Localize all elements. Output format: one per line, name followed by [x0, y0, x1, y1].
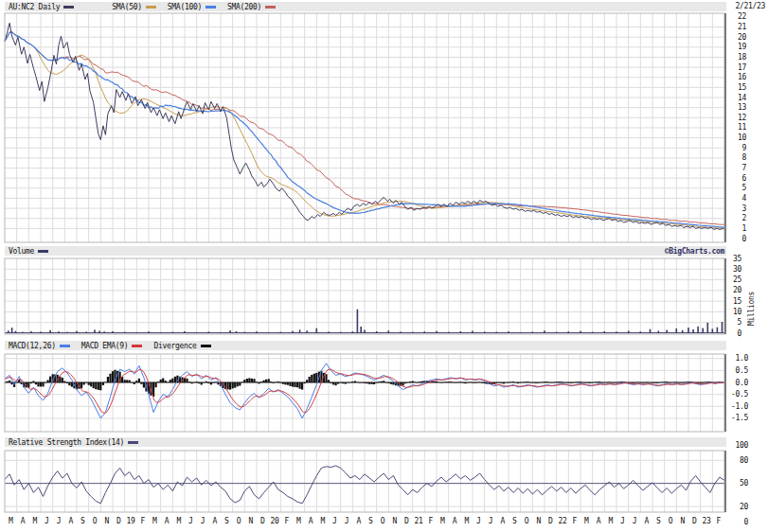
y-tick-label: 9 — [729, 144, 746, 152]
x-tick-label: F — [568, 517, 580, 525]
x-tick-label: J — [329, 517, 341, 525]
x-tick-label: S — [652, 517, 665, 525]
x-tick-label: S — [365, 517, 377, 525]
y-tick-label: 14 — [729, 94, 746, 102]
sma100-line-swatch — [205, 6, 216, 9]
x-tick-label: M — [28, 517, 41, 525]
x-tick-label: J — [41, 517, 53, 525]
y-tick-label: 18 — [729, 53, 746, 62]
legend-item-sma100: SMA(100) — [168, 3, 216, 11]
chart-canvas — [0, 0, 768, 532]
x-tick-label: J — [197, 517, 209, 525]
legend-item-divergence: Divergence — [153, 342, 210, 350]
x-tick-label: N — [532, 517, 545, 525]
y-tick-label: 6 — [729, 174, 746, 183]
sma200-label: SMA(200) — [227, 3, 261, 11]
legend-item-macd: MACD(12,26) — [9, 342, 70, 350]
x-tick-label: A — [208, 517, 221, 525]
y-tick-label: 16 — [729, 73, 746, 81]
x-tick-label: A — [305, 517, 317, 525]
y-tick-label: 15 — [729, 83, 746, 92]
y-tick-label: 0.0 — [725, 379, 748, 387]
x-tick-label: J — [341, 517, 353, 525]
x-tick-label: O — [665, 517, 677, 525]
x-tick-label: D — [545, 517, 557, 525]
bigcharts-stock-chart: AU:NC2 Daily SMA(50) SMA(100) SMA(200) 2… — [0, 0, 768, 532]
x-tick-label: D — [257, 517, 269, 525]
volume-label: Volume — [9, 247, 34, 256]
y-tick-label: 15 — [729, 297, 741, 306]
y-tick-label: 5 — [729, 184, 746, 192]
x-tick-label: M — [437, 517, 449, 525]
symbol-daily-label: AU:NC2 Daily — [9, 3, 60, 11]
x-tick-label: 19 — [125, 517, 137, 525]
x-tick-label: N — [100, 517, 113, 525]
sma200-line-swatch — [265, 6, 276, 9]
x-tick-label: D — [113, 517, 125, 525]
x-tick-label: O — [377, 517, 389, 525]
x-tick-label: 22 — [557, 517, 569, 525]
macd-line-swatch — [60, 345, 70, 347]
x-tick-label: 20 — [269, 517, 281, 525]
y-tick-label: 20 — [729, 286, 741, 294]
y-tick-label: 10 — [729, 308, 741, 316]
x-tick-label: A — [352, 517, 365, 525]
price-legend-strip: AU:NC2 Daily SMA(50) SMA(100) SMA(200) — [5, 2, 726, 11]
price-line-swatch — [63, 6, 74, 9]
y-tick-label: 25 — [729, 275, 741, 284]
last-date-label: 2/21/23 — [720, 2, 765, 10]
x-tick-label: N — [676, 517, 688, 525]
x-tick-label: N — [244, 517, 257, 525]
x-tick-label: F — [424, 517, 437, 525]
y-tick-label: 1.0 — [725, 354, 748, 363]
x-tick-label: D — [401, 517, 413, 525]
y-tick-label: 11 — [729, 123, 746, 132]
x-tick-label: J — [616, 517, 629, 525]
y-tick-label: 19 — [729, 43, 746, 51]
legend-item-volume: Volume — [9, 247, 48, 256]
y-tick-label: 10 — [729, 133, 746, 142]
x-tick-label: M — [460, 517, 473, 525]
x-tick-label: S — [509, 517, 521, 525]
x-tick-label: A — [161, 517, 173, 525]
y-tick-label: 20 — [729, 503, 748, 511]
macd-ema-line-swatch — [132, 345, 142, 347]
macd-ema-label: MACD EMA(9) — [81, 342, 129, 350]
x-tick-label: O — [233, 517, 245, 525]
x-tick-label: A — [17, 517, 29, 525]
legend-item-symbol: AU:NC2 Daily — [9, 3, 74, 11]
y-tick-label: 0 — [729, 235, 746, 243]
x-tick-label: J — [473, 517, 485, 525]
volume-swatch — [38, 250, 48, 253]
x-tick-label: N — [388, 517, 401, 525]
x-tick-label: M — [172, 517, 185, 525]
x-tick-label: M — [293, 517, 305, 525]
x-tick-label: 21 — [413, 517, 425, 525]
y-tick-label: 17 — [729, 63, 746, 72]
y-tick-label: 20 — [729, 33, 746, 42]
x-tick-label: F — [280, 517, 293, 525]
y-tick-label: 22 — [729, 12, 746, 21]
x-tick-label: S — [77, 517, 89, 525]
divergence-label: Divergence — [153, 342, 196, 350]
y-tick-label: 0.5 — [725, 366, 748, 375]
y-tick-label: 100 — [729, 441, 748, 450]
y-tick-label: 0 — [729, 518, 748, 526]
x-tick-label: A — [640, 517, 652, 525]
x-tick-label: J — [53, 517, 65, 525]
volume-unit-label: Millions — [747, 271, 756, 326]
x-tick-label: F — [712, 517, 724, 525]
y-tick-label: 7 — [729, 164, 746, 172]
x-tick-label: F — [136, 517, 149, 525]
rsi-line-swatch — [128, 441, 138, 444]
y-tick-label: 1 — [729, 224, 746, 233]
divergence-swatch — [201, 345, 211, 347]
y-tick-label: -1.5 — [725, 414, 748, 422]
x-tick-label: J — [629, 517, 641, 525]
x-tick-label: A — [64, 517, 77, 525]
volume-legend-strip: Volume — [5, 246, 726, 256]
x-tick-label: M — [149, 517, 161, 525]
legend-item-sma200: SMA(200) — [227, 3, 276, 11]
x-tick-label: J — [485, 517, 497, 525]
x-tick-label: 23 — [701, 517, 713, 525]
